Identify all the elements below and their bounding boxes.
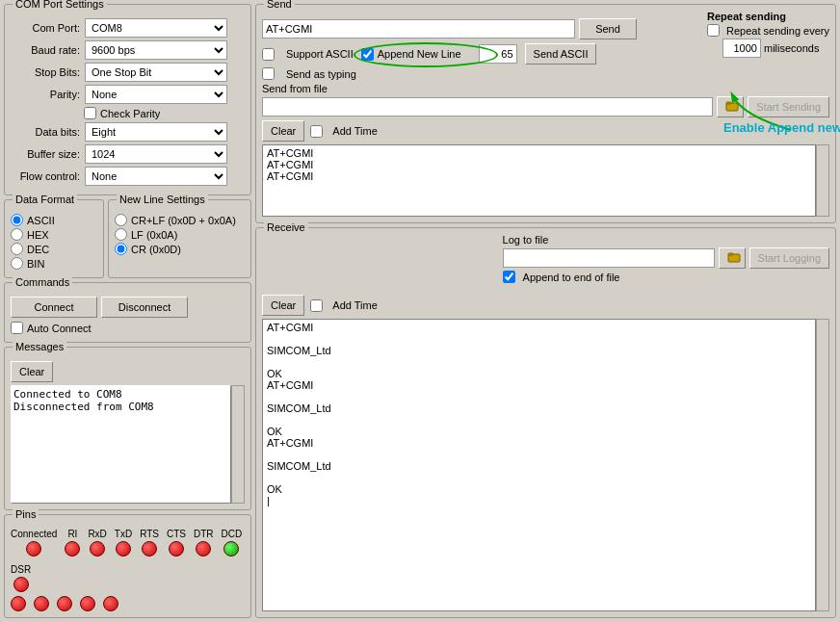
cr-radio[interactable] (115, 243, 127, 255)
browse-file-button[interactable] (717, 96, 744, 117)
messages-textarea[interactable]: Connected to COM8 Disconnected from COM8 (11, 385, 231, 504)
recv-line-14 (267, 472, 811, 483)
pin-dcd-led (223, 541, 239, 557)
new-line-settings-title: New Line Settings (117, 194, 208, 205)
send-button[interactable]: Send (579, 18, 637, 39)
send-log-scrollbar[interactable] (816, 144, 829, 217)
send-input[interactable] (262, 19, 575, 39)
send-from-file-label: Send from file (262, 83, 829, 94)
flow-control-select[interactable]: None (85, 167, 227, 186)
dec-row: DEC (11, 243, 97, 255)
send-from-file-row: Start Sending (262, 96, 829, 117)
messages-clear-row: Clear (11, 361, 245, 382)
send-clear-button[interactable]: Clear (262, 120, 304, 142)
append-to-file-checkbox[interactable] (503, 271, 515, 283)
recv-line-2 (267, 333, 811, 345)
recv-line-3: SIMCOM_Ltd (267, 345, 811, 356)
lf-radio[interactable] (115, 228, 127, 241)
receive-log-scrollbar[interactable] (816, 319, 829, 611)
file-path-input[interactable] (262, 97, 713, 117)
messages-scrollbar[interactable] (231, 385, 245, 504)
check-parity-row: Check Parity (11, 107, 245, 119)
stop-bits-select[interactable]: One Stop Bit (85, 63, 227, 82)
receive-log-container: AT+CGMI SIMCOM_Ltd OK AT+CGMI SIMCOM_Ltd… (262, 319, 829, 611)
pin-cts: CTS (167, 529, 186, 557)
messages-clear-button[interactable]: Clear (11, 361, 53, 382)
new-line-settings-group: New Line Settings CR+LF (0x0D + 0x0A) LF… (108, 199, 251, 278)
pins-title: Pins (13, 508, 39, 520)
ascii-num-input[interactable] (479, 44, 517, 64)
send-ascii-button[interactable]: Send ASCII (525, 43, 597, 65)
check-parity-checkbox[interactable] (84, 107, 96, 119)
pin-dcd-label: DCD (222, 529, 243, 539)
disconnect-button[interactable]: Disconnect (101, 297, 188, 318)
recv-cursor: | (267, 495, 811, 506)
data-bits-row: Data bits: Eight (11, 122, 245, 142)
log-file-input[interactable] (503, 248, 715, 268)
parity-select[interactable]: None (85, 85, 227, 104)
pin-rts: RTS (140, 529, 159, 557)
flow-control-row: Flow control: None (11, 167, 245, 186)
browse-log-button[interactable] (719, 247, 746, 269)
parity-row: Parity: None (11, 85, 245, 104)
dec-label: DEC (27, 244, 49, 255)
parity-label: Parity: (11, 89, 80, 100)
lf-row: LF (0x0A) (115, 228, 245, 241)
append-new-line-checkbox[interactable] (361, 48, 374, 61)
log-file-row: Start Logging (503, 247, 829, 269)
com-port-settings-group: COM Port Settings Com Port: COM8 Baud ra… (4, 4, 251, 195)
receive-clear-button[interactable]: Clear (262, 295, 304, 316)
pin-connected: Connected (11, 529, 57, 557)
send-as-typing-checkbox[interactable] (262, 67, 275, 80)
pin-txd-label: TxD (115, 529, 132, 539)
recv-line-11: AT+CGMI (267, 437, 811, 449)
messages-wrapper: Connected to COM8 Disconnected from COM8 (11, 385, 245, 504)
com-port-label: Com Port: (11, 22, 80, 34)
send-log-line-1: AT+CGMI (267, 147, 811, 159)
crlf-radio[interactable] (115, 214, 127, 226)
buffer-size-select[interactable]: 1024 (85, 144, 227, 164)
pin-cts-label: CTS (167, 529, 186, 539)
format-container: Data Format ASCII HEX DEC BIN (4, 199, 251, 278)
receive-title: Receive (264, 221, 308, 233)
add-time-checkbox[interactable] (310, 125, 323, 138)
start-sending-button[interactable]: Start Sending (748, 96, 829, 117)
connect-button[interactable]: Connect (11, 297, 97, 318)
auto-connect-label: Auto Connect (27, 323, 92, 334)
auto-connect-checkbox[interactable] (11, 322, 23, 334)
pin-dsr-led (13, 577, 29, 592)
pin-connected-label: Connected (11, 529, 57, 539)
recv-line-15: OK (267, 483, 811, 495)
bin-row: BIN (11, 257, 97, 270)
data-format-title: Data Format (13, 194, 77, 205)
buffer-size-row: Buffer size: 1024 (11, 144, 245, 164)
support-ascii-checkbox[interactable] (262, 48, 275, 61)
baud-rate-select[interactable]: 9600 bps (85, 40, 227, 60)
pins-group: Pins Connected RI RxD TxD (4, 514, 251, 618)
hex-label: HEX (27, 229, 49, 241)
recv-line-8: SIMCOM_Ltd (267, 402, 811, 414)
receive-add-time-checkbox[interactable] (310, 299, 323, 312)
baud-rate-row: Baud rate: 9600 bps (11, 40, 245, 60)
crlf-label: CR+LF (0x0D + 0x0A) (131, 215, 236, 226)
pin-dtr-led2 (57, 596, 72, 611)
svg-rect-1 (726, 102, 731, 104)
send-top-row: Send (262, 18, 637, 39)
right-panel: Send Repeat sending Repeat sending every… (255, 0, 840, 622)
pin-rxd-led (90, 541, 105, 557)
append-new-line-label: Append New Line (378, 48, 461, 60)
com-port-select[interactable]: COM8 (85, 18, 227, 38)
hex-radio[interactable] (11, 228, 23, 241)
dec-radio[interactable] (11, 243, 23, 255)
send-log-line-3: AT+CGMI (267, 170, 811, 182)
receive-add-time-label: Add Time (332, 299, 377, 311)
start-logging-button[interactable]: Start Logging (749, 247, 829, 269)
receive-log-area: AT+CGMI SIMCOM_Ltd OK AT+CGMI SIMCOM_Ltd… (262, 319, 816, 611)
left-panel: COM Port Settings Com Port: COM8 Baud ra… (0, 0, 255, 622)
pin-cts-led (169, 541, 184, 557)
ascii-radio[interactable] (11, 214, 23, 226)
bin-radio[interactable] (11, 257, 23, 270)
repeat-every-checkbox[interactable] (707, 24, 720, 37)
ascii-row: ASCII (11, 214, 97, 226)
data-bits-select[interactable]: Eight (85, 122, 227, 142)
